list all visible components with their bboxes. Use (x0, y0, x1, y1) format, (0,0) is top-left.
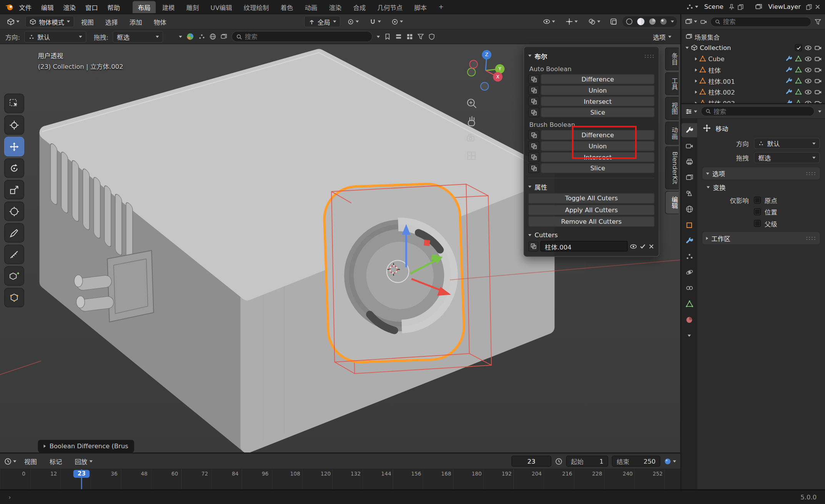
workspace-tab-texpaint[interactable]: 纹理绘制 (238, 1, 274, 13)
measure-tool-button[interactable] (4, 245, 24, 264)
visibility-dropdown[interactable] (539, 16, 559, 27)
tab-scene[interactable] (681, 186, 697, 200)
auto-difference-button[interactable]: Difference (541, 74, 655, 84)
display-mode-icon[interactable] (700, 18, 707, 25)
auto-slice-button[interactable]: Slice (541, 107, 655, 117)
brush-slice-icon[interactable] (528, 163, 539, 173)
modifier-wrench-icon[interactable] (785, 77, 792, 84)
modifier-wrench-icon[interactable] (785, 100, 792, 103)
timeline-menu-playback[interactable]: 回放 (70, 457, 97, 466)
auto-intersect-button[interactable]: Intersect (541, 96, 655, 106)
sidebar-tab-item[interactable]: 条目 (665, 47, 679, 70)
tab-world[interactable] (681, 202, 697, 216)
brush-slice-button[interactable]: Slice (541, 163, 655, 173)
tab-physics[interactable] (681, 265, 697, 279)
annotate-tool-button[interactable] (4, 223, 24, 243)
tab-material[interactable] (681, 313, 697, 327)
cutter-name-field[interactable] (541, 241, 628, 251)
mesh-data-icon[interactable] (795, 66, 802, 73)
current-frame-field[interactable]: 23 (511, 456, 551, 467)
menu-edit[interactable]: 编辑 (36, 2, 58, 11)
modifier-wrench-icon[interactable] (785, 88, 792, 95)
properties-filter-caret[interactable] (818, 110, 821, 112)
material-preview-sphere-icon[interactable] (186, 33, 195, 41)
options-panel-header[interactable]: 选项 (702, 167, 820, 179)
apply-all-cutters-button[interactable]: Apply All Cutters (528, 205, 654, 215)
operator-panel-collapsed[interactable]: Boolean Difference (Brus (38, 440, 134, 452)
display-grid-icon[interactable] (406, 33, 413, 40)
remove-viewlayer-icon[interactable] (815, 4, 821, 10)
render-camera-icon[interactable] (815, 55, 822, 62)
tab-object-data[interactable] (681, 297, 697, 311)
panel-grip[interactable] (644, 54, 654, 58)
shading-solid-button[interactable] (637, 17, 645, 26)
direction-dropdown[interactable]: 默认 (24, 31, 86, 42)
render-camera-icon[interactable] (815, 88, 822, 95)
sidebar-tab-view[interactable]: 视图 (665, 97, 679, 120)
workspace-tab-sculpting[interactable]: 雕刻 (181, 1, 204, 13)
workspace-tab-compositing[interactable]: 合成 (348, 1, 371, 13)
cutters-collapse-caret[interactable] (528, 234, 531, 236)
scale-tool-button[interactable] (4, 180, 24, 200)
outliner-filter-icon[interactable] (815, 18, 822, 25)
clipboard-icon[interactable] (221, 33, 228, 40)
asset-shelf-caret[interactable] (179, 35, 182, 37)
use-preview-range-clock-icon[interactable] (555, 457, 562, 465)
bool-difference-icon[interactable] (528, 74, 539, 84)
sidebar-tab-blenderkit[interactable]: BlenderKit (665, 146, 679, 190)
tab-render[interactable] (681, 139, 697, 153)
menu-window[interactable]: 窗口 (80, 2, 103, 11)
tab-constraints[interactable] (681, 281, 697, 295)
properties-collapse-caret[interactable] (528, 185, 531, 187)
hide-eye-icon[interactable] (805, 44, 812, 51)
timeline-editor-type-dropdown[interactable] (4, 457, 16, 465)
tab-view-layer[interactable] (681, 170, 697, 185)
tab-more-chevron[interactable] (681, 328, 697, 343)
display-list-icon[interactable] (395, 33, 402, 40)
blender-logo-icon[interactable] (4, 2, 14, 12)
remove-all-cutters-button[interactable]: Remove All Cutters (528, 216, 654, 227)
direction-value-dropdown[interactable]: 默认 (754, 138, 820, 149)
shading-rendered-button[interactable] (660, 18, 667, 25)
rotate-tool-button[interactable] (4, 158, 24, 178)
hide-eye-icon[interactable] (805, 66, 812, 73)
transform-tool-button[interactable] (4, 201, 24, 221)
cursor-tool-button[interactable] (4, 115, 24, 135)
workspace-tab-animation[interactable]: 动画 (299, 1, 323, 13)
cutter-visibility-eye-icon[interactable] (630, 242, 637, 250)
menu-render[interactable]: 渲染 (58, 2, 81, 11)
affect-parents-checkbox[interactable] (754, 220, 761, 227)
workspace-tab-uv[interactable]: UV编辑 (205, 1, 237, 13)
tab-tool[interactable] (681, 123, 697, 137)
hide-eye-icon[interactable] (805, 99, 812, 103)
bool-slice-icon[interactable] (528, 107, 539, 117)
new-scene-icon[interactable] (737, 3, 744, 10)
keying-set-dropdown[interactable] (664, 457, 676, 465)
bool-union-icon[interactable] (528, 85, 539, 95)
brush-icon[interactable] (198, 33, 205, 40)
tab-object[interactable] (681, 218, 697, 232)
shading-wireframe-button[interactable] (625, 18, 633, 25)
render-camera-icon[interactable] (815, 44, 822, 51)
add-workspace-button[interactable]: + (433, 2, 449, 12)
hide-eye-icon[interactable] (805, 77, 812, 85)
tab-output[interactable] (681, 155, 697, 169)
drag-dropdown[interactable]: 框选 (113, 31, 163, 42)
object-row[interactable]: 柱体.002 (681, 86, 825, 97)
gizmos-toggle[interactable] (562, 16, 582, 27)
asset-search-field[interactable] (231, 31, 373, 42)
render-camera-icon[interactable] (815, 77, 822, 85)
drag-value-dropdown[interactable]: 框选 (754, 152, 820, 163)
filter-caret[interactable] (377, 35, 380, 37)
shading-dropdown[interactable] (671, 20, 674, 22)
outliner-editor-type-dropdown[interactable] (685, 18, 697, 25)
pivot-point-dropdown[interactable] (343, 16, 362, 27)
scene-name[interactable]: Scene (704, 3, 724, 10)
menu-view[interactable]: 视图 (76, 17, 98, 26)
workspace-tab-shading[interactable]: 着色 (275, 1, 298, 13)
expand-icon[interactable] (695, 57, 697, 60)
timeline-resize-chevron[interactable]: › (8, 494, 11, 501)
render-camera-icon[interactable] (815, 66, 822, 73)
collection-checkbox[interactable] (795, 44, 802, 51)
mesh-data-icon[interactable] (795, 100, 802, 103)
